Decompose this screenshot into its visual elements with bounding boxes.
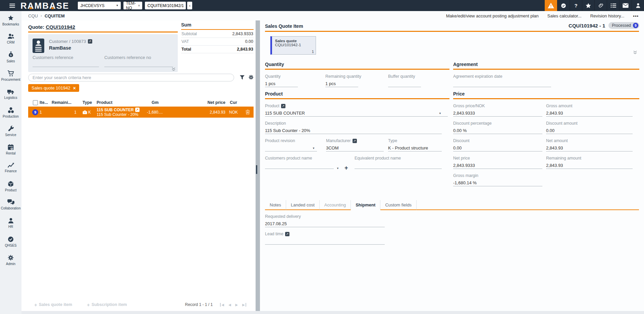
- product-revision-field[interactable]: Product revision ▼: [265, 138, 317, 151]
- sales-quote-item-panel: Sales Quote Item CQU/101942 - 1 Processe…: [260, 20, 644, 311]
- description-field[interactable]: Description 115 Sub Counter - 20%: [265, 121, 449, 134]
- help-icon[interactable]: ?: [570, 0, 582, 11]
- quote-link[interactable]: CQU/101942: [46, 24, 75, 30]
- linked-card-count: 1: [312, 50, 314, 54]
- requested-delivery-field[interactable]: Requested delivery 2017.08.25: [265, 214, 385, 227]
- sidebar-item-rental[interactable]: $ Rental: [0, 140, 21, 159]
- user-icon[interactable]: [632, 0, 644, 11]
- col-cur[interactable]: Cur: [225, 100, 241, 105]
- hamburger-menu-icon[interactable]: [9, 3, 15, 9]
- mail-icon[interactable]: [619, 0, 632, 11]
- account-posting-link[interactable]: Make/edit/view account posting adjustmen…: [446, 13, 539, 18]
- buffer-quantity-field[interactable]: Buffer quantity: [388, 74, 421, 87]
- row-cur: NOK: [225, 110, 241, 115]
- linked-sales-quote-card[interactable]: Sales quote CQU/101942-1 1: [270, 36, 316, 55]
- delete-trash-icon[interactable]: [246, 110, 250, 115]
- sidebar-item-product[interactable]: Product: [0, 177, 21, 195]
- module-select[interactable]: TEM-NO∨: [123, 2, 142, 9]
- search-input[interactable]: [28, 74, 234, 81]
- external-link-icon[interactable]: ↗: [135, 108, 140, 112]
- sidebar-item-qhses[interactable]: QHSES: [0, 232, 21, 251]
- sidebar-item-sales[interactable]: $ Sales: [0, 48, 21, 66]
- col-type[interactable]: Type: [78, 100, 97, 105]
- gross-amount-field: Gross amount 2,843.93: [546, 104, 633, 117]
- document-id-input[interactable]: [145, 2, 186, 9]
- quote-item-row[interactable]: 9 1 1 K 115 SUB COUNTER↗ 115 Sub Counter…: [28, 107, 254, 118]
- bottom-strip: [21, 311, 644, 314]
- next-page-icon[interactable]: ▶: [235, 303, 238, 307]
- collapse-chevron-icon[interactable]: [633, 51, 637, 54]
- tab-custom-fields[interactable]: Custom fields: [380, 200, 417, 210]
- col-gm[interactable]: Gm: [147, 100, 176, 105]
- customer-card[interactable]: Customer / 100873 ↗ RamBase Customers re…: [28, 34, 178, 72]
- breadcrumb-parent[interactable]: CQU: [28, 13, 38, 18]
- row-gm: -1,680....: [147, 110, 176, 115]
- settings-gear-icon[interactable]: [248, 74, 254, 80]
- add-plus-icon[interactable]: +: [344, 165, 348, 172]
- favorites-star-icon[interactable]: [582, 0, 594, 11]
- tab-shipment[interactable]: Shipment: [351, 200, 380, 210]
- dropdown-caret-icon[interactable]: ▼: [439, 112, 441, 115]
- sidebar-item-hr[interactable]: HR: [0, 214, 21, 232]
- sidebar-item-finance[interactable]: Finance: [0, 159, 21, 177]
- sidebar-item-production[interactable]: Production: [0, 103, 21, 122]
- discount-percentage-field[interactable]: Discount percentage 0.00 %: [453, 121, 542, 134]
- product-field[interactable]: Product↗ 115 SUB COUNTER ▼: [265, 104, 449, 117]
- chip-close-icon[interactable]: ×: [73, 85, 76, 91]
- sidebar-item-bookmarks[interactable]: Bookmarks: [0, 11, 21, 29]
- expand-chevron-icon[interactable]: [171, 67, 176, 71]
- sidebar-item-procurement[interactable]: Procurement: [0, 66, 21, 85]
- equivalent-product-name-field[interactable]: Equivalent product name: [355, 156, 442, 169]
- environment-select[interactable]: JHCDEVSYS▼: [78, 2, 121, 9]
- breadcrumb-current: CQUITEM: [45, 13, 65, 18]
- col-remaining[interactable]: Remaini...: [52, 100, 78, 105]
- col-net-price[interactable]: Net price: [176, 100, 225, 105]
- revision-history-link[interactable]: Revision history...: [590, 13, 625, 18]
- dropdown-caret-icon[interactable]: ▼: [336, 167, 339, 170]
- external-link-icon[interactable]: ↗: [281, 104, 285, 108]
- tab-landed-cost[interactable]: Landed cost: [286, 200, 320, 210]
- attachment-paperclip-icon[interactable]: [594, 0, 607, 11]
- plus-icon: +: [87, 302, 90, 308]
- tab-accounting[interactable]: Accounting: [320, 200, 351, 210]
- back-button[interactable]: ‹: [187, 2, 192, 9]
- splitter-handle[interactable]: [256, 165, 257, 174]
- filter-chip-sales-quote[interactable]: Sales quote 101942 ×: [28, 84, 79, 92]
- customers-reference-field[interactable]: [33, 67, 99, 67]
- net-amount-field: Net amount 2,843.93: [546, 138, 633, 151]
- tab-notes[interactable]: Notes: [265, 200, 286, 210]
- add-subscription-item-button[interactable]: + Subscription item: [87, 302, 127, 308]
- manufacturer-field[interactable]: Manufacturer↗ 3COM: [326, 138, 384, 151]
- sidebar-item-admin[interactable]: Admin: [0, 251, 21, 269]
- external-link-icon[interactable]: ↗: [285, 232, 289, 236]
- sidebar-item-collaboration[interactable]: Collaboration: [0, 195, 21, 214]
- more-menu-icon[interactable]: •••: [633, 13, 639, 18]
- external-link-icon[interactable]: ↗: [88, 39, 92, 44]
- lead-time-field[interactable]: Lead time↗: [265, 232, 385, 245]
- col-item[interactable]: Ite...: [40, 100, 52, 105]
- list-icon[interactable]: [607, 0, 619, 11]
- external-link-icon[interactable]: ↗: [353, 139, 357, 143]
- sales-calculator-link[interactable]: Sales calculator...: [547, 13, 582, 18]
- verified-badge-icon[interactable]: [557, 0, 570, 11]
- customers-reference-no-field[interactable]: [104, 67, 173, 67]
- dropdown-caret-icon[interactable]: ▼: [312, 147, 315, 150]
- warning-icon[interactable]: [545, 0, 557, 11]
- sidebar-item-service[interactable]: Service: [0, 122, 21, 140]
- sidebar-item-logistics[interactable]: Logistics: [0, 85, 21, 103]
- last-page-icon[interactable]: ▶: [242, 303, 246, 307]
- col-product[interactable]: Product: [97, 100, 147, 105]
- first-page-icon[interactable]: ◀: [220, 303, 224, 307]
- quantity-field[interactable]: Quantity 1 pcs: [265, 74, 298, 87]
- select-all-checkbox[interactable]: [33, 100, 38, 105]
- discount-field[interactable]: Discount 0.00: [453, 138, 542, 151]
- sidebar-item-crm[interactable]: CRM: [0, 29, 21, 48]
- previous-page-icon[interactable]: ◀: [228, 303, 231, 307]
- panel-splitter[interactable]: [256, 20, 260, 311]
- agreement-expiration-date-field[interactable]: Agreement expiration date: [453, 74, 551, 87]
- customers-product-name-field[interactable]: Customers product name: [265, 156, 334, 169]
- gross-price-field[interactable]: Gross price/NOK 2,843.9333: [453, 104, 542, 117]
- filter-funnel-icon[interactable]: [239, 75, 245, 80]
- add-sales-quote-item-button[interactable]: + Sales quote item: [34, 302, 72, 308]
- net-price-field[interactable]: Net price 2,843.9333: [453, 156, 542, 169]
